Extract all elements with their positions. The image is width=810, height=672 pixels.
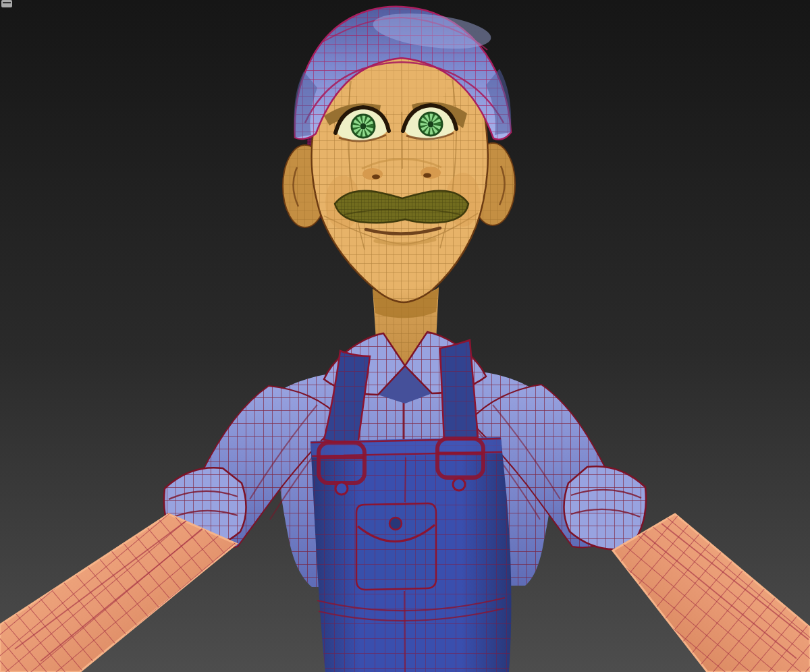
nostril-left: [372, 175, 380, 179]
forearm-right: [613, 514, 810, 672]
nostril-wing-left: [362, 168, 383, 180]
pupil-right: [428, 121, 434, 128]
buckle-button-left: [335, 482, 348, 495]
buckle-button-right: [453, 478, 465, 491]
pupil-left: [360, 123, 367, 130]
viewport-menu-icon-fragment[interactable]: [1, 0, 12, 7]
rolled-cuff-right: [564, 466, 646, 549]
nostril-right: [423, 173, 431, 178]
character-model: [0, 0, 810, 672]
bib-pocket: [356, 503, 436, 590]
overall-strap-right: [440, 340, 478, 443]
nostril-wing-right: [421, 167, 441, 179]
forearm-left: [0, 514, 236, 672]
pocket-button: [389, 517, 402, 530]
viewport-3d[interactable]: [0, 0, 810, 672]
